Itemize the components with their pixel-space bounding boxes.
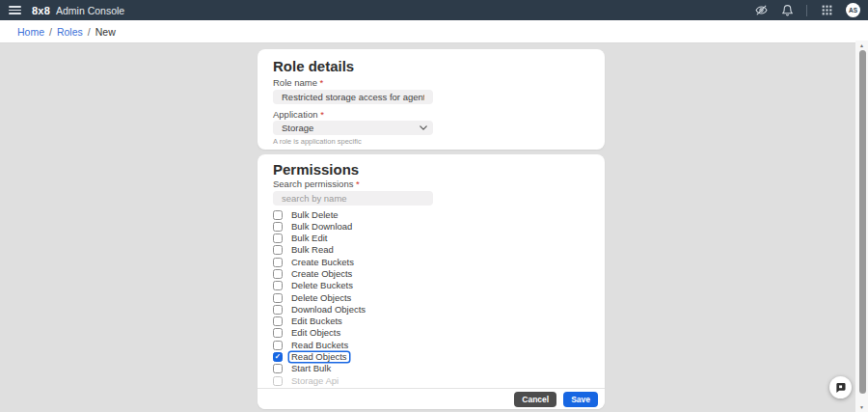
menu-icon[interactable] (9, 6, 21, 14)
breadcrumb-separator: / (88, 26, 91, 38)
scrollbar-down-arrow[interactable]: ▼ (857, 403, 866, 411)
save-button[interactable]: Save (563, 392, 598, 407)
permission-row-read-buckets[interactable]: ✓ Read Buckets (273, 341, 589, 350)
permission-row-delete-objects[interactable]: ✓ Delete Objects (273, 293, 589, 303)
application-select[interactable]: Storage (273, 121, 433, 135)
permission-row-bulk-delete[interactable]: ✓ Bulk Delete (273, 210, 589, 220)
permission-row-delete-buckets[interactable]: ✓ Delete Buckets (273, 281, 589, 290)
topbar: 8x8 Admin Console AS (0, 0, 868, 20)
scrollbar[interactable]: ▲ ▼ (855, 41, 868, 412)
checkbox[interactable]: ✓ (273, 233, 283, 243)
form-footer: Cancel Save (258, 388, 605, 409)
avatar[interactable]: AS (846, 3, 860, 17)
permissions-card: Permissions Search permissions * ✓ Bulk … (258, 154, 605, 409)
checkbox[interactable]: ✓ (273, 245, 283, 255)
checkbox[interactable]: ✓ (273, 210, 283, 220)
checkbox[interactable]: ✓ (273, 352, 283, 362)
search-permissions-label: Search permissions * (273, 179, 589, 189)
app-title: Admin Console (56, 5, 124, 16)
notifications-bell-icon[interactable] (780, 4, 794, 17)
permission-row-bulk-download[interactable]: ✓ Bulk Download (273, 222, 589, 232)
breadcrumb-home[interactable]: Home (17, 26, 44, 38)
breadcrumb: Home / Roles / New (0, 20, 868, 43)
application-label: Application * (273, 110, 589, 120)
breadcrumb-separator: / (49, 26, 52, 38)
search-permissions-input[interactable] (273, 191, 433, 206)
eye-off-icon[interactable] (754, 4, 768, 17)
chat-fab-button[interactable] (829, 376, 852, 398)
chevron-down-icon (420, 125, 427, 130)
permissions-list: ✓ Bulk Delete ✓ Bulk Download ✓ Bulk Edi… (273, 210, 589, 398)
application-select-value: Storage (282, 123, 313, 133)
checkbox[interactable]: ✓ (273, 258, 283, 267)
checkbox[interactable]: ✓ (273, 316, 283, 326)
topbar-divider (806, 5, 807, 16)
checkbox[interactable]: ✓ (273, 305, 283, 315)
permission-row-create-buckets[interactable]: ✓ Create Buckets (273, 258, 589, 267)
role-name-label: Role name * (273, 78, 589, 88)
permission-row-read-objects[interactable]: ✓ Read Objects (273, 352, 589, 362)
cancel-button[interactable]: Cancel (514, 392, 556, 407)
brand-logo[interactable]: 8x8 (32, 5, 50, 16)
content-area: Role details Role name * Application * S… (0, 43, 868, 412)
role-details-card: Role details Role name * Application * S… (258, 49, 605, 150)
checkbox[interactable]: ✓ (273, 293, 283, 303)
application-helper-text: A role is application specific (273, 137, 589, 146)
breadcrumb-roles[interactable]: Roles (57, 26, 83, 38)
required-marker: * (320, 109, 324, 120)
permission-row-download-objects[interactable]: ✓ Download Objects (273, 305, 589, 315)
checkbox[interactable]: ✓ (273, 222, 283, 232)
scrollbar-thumb[interactable] (859, 50, 866, 394)
role-name-input[interactable] (273, 90, 433, 104)
checkbox[interactable]: ✓ (273, 328, 283, 338)
required-marker: * (356, 179, 360, 189)
checkbox[interactable]: ✓ (273, 269, 283, 279)
apps-grid-icon[interactable] (820, 4, 833, 17)
permission-row-edit-objects[interactable]: ✓ Edit Objects (273, 328, 589, 338)
permission-row-start-bulk[interactable]: ✓ Start Bulk (273, 364, 589, 373)
role-details-heading: Role details (273, 59, 589, 73)
chat-bubble-icon (835, 382, 846, 393)
permissions-heading: Permissions (273, 162, 589, 177)
permission-row-bulk-read[interactable]: ✓ Bulk Read (273, 245, 589, 255)
checkbox[interactable]: ✓ (273, 376, 283, 386)
required-marker: * (320, 77, 324, 88)
checkmark-icon: ✓ (275, 353, 281, 361)
scrollbar-up-arrow[interactable]: ▲ (857, 41, 866, 49)
permission-row-create-objects[interactable]: ✓ Create Objects (273, 269, 589, 279)
breadcrumb-current: New (95, 26, 116, 38)
permission-row-storage-api[interactable]: ✓ Storage Api (273, 376, 589, 386)
checkbox[interactable]: ✓ (273, 364, 283, 373)
permission-row-edit-buckets[interactable]: ✓ Edit Buckets (273, 316, 589, 326)
checkbox[interactable]: ✓ (273, 281, 283, 290)
checkbox[interactable]: ✓ (273, 341, 283, 350)
permission-row-bulk-edit[interactable]: ✓ Bulk Edit (273, 233, 589, 243)
